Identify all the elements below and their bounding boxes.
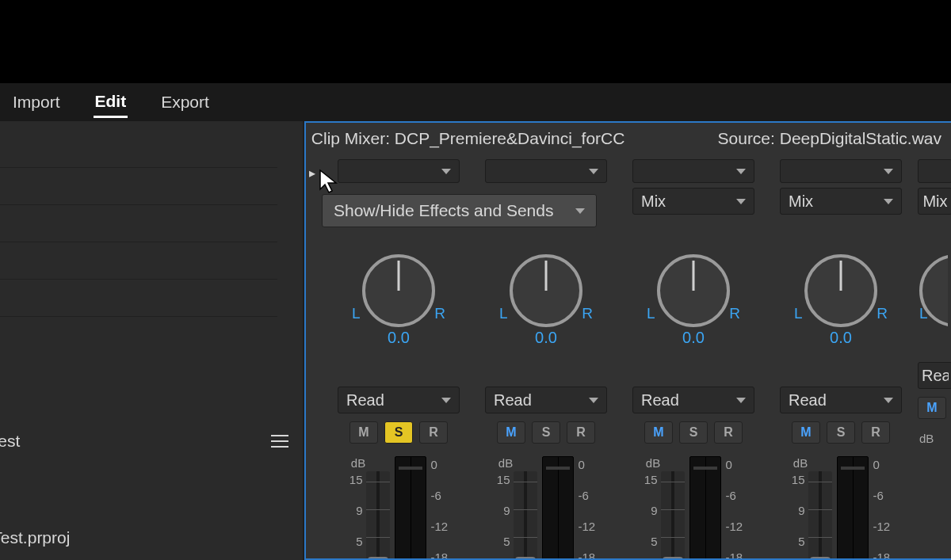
db-label: dB (498, 456, 513, 470)
send-mix-dropdown[interactable]: Mix (918, 188, 951, 215)
fader-track[interactable] (366, 471, 390, 560)
tooltip-show-hide-effects: Show/Hide Effects and Sends (322, 194, 597, 227)
automation-mode-dropdown[interactable]: Read (632, 387, 754, 413)
pan-knob[interactable] (804, 254, 877, 327)
channel-strip-4: Mix LR 0.0 Read M S R dB 1595-1 0-6-12-1… (770, 159, 911, 560)
list-row[interactable] (0, 131, 277, 168)
db-label: dB (793, 456, 808, 470)
fader-track[interactable] (661, 471, 685, 560)
mute-button[interactable]: M (497, 421, 525, 444)
chevron-down-icon (575, 208, 585, 214)
msr-buttons: M (918, 397, 946, 419)
chevron-down-icon (884, 199, 893, 204)
effect-slot-dropdown[interactable] (338, 159, 460, 183)
mute-button[interactable]: M (792, 421, 820, 444)
effect-slot-dropdown[interactable] (918, 159, 951, 183)
db-label: dB (919, 432, 934, 445)
chevron-down-icon (589, 398, 598, 403)
level-meter (689, 456, 721, 560)
project-file-name: re_Test.prproj (0, 528, 70, 547)
send-mix-dropdown[interactable]: Mix (780, 188, 902, 215)
db-label: dB (646, 456, 660, 470)
fader-scale: 0-6-12-18 (579, 458, 596, 560)
pan-knob[interactable] (510, 254, 582, 327)
fader-track[interactable] (514, 471, 537, 560)
mute-button[interactable]: M (349, 421, 378, 444)
chevron-down-icon (884, 169, 893, 174)
msr-buttons: M S R (644, 421, 743, 444)
record-button[interactable]: R (714, 421, 743, 444)
tab-export[interactable]: Export (159, 88, 211, 116)
pan-value[interactable]: 0.0 (682, 329, 705, 347)
fader-track[interactable] (808, 471, 832, 560)
solo-button[interactable]: S (532, 421, 560, 444)
pan-value[interactable]: 0.0 (535, 329, 557, 347)
msr-buttons: M S R (497, 421, 595, 444)
channel-strip-5: Mix L Rea M dB (918, 159, 951, 560)
chevron-down-icon (441, 398, 451, 403)
pan-knob[interactable] (657, 254, 730, 327)
chevron-down-icon (441, 169, 451, 174)
effect-slot-dropdown[interactable] (485, 159, 607, 183)
level-meter (837, 456, 869, 560)
main-split: iere_Test re_Test.prproj ) Clip Mixer: D… (0, 121, 951, 560)
solo-button[interactable]: S (827, 421, 855, 444)
solo-button[interactable]: S (384, 421, 413, 444)
panel-menu-icon[interactable] (271, 435, 288, 448)
solo-button[interactable]: S (679, 421, 708, 444)
fader-handle[interactable] (663, 557, 683, 560)
tab-import[interactable]: Import (11, 88, 62, 116)
effect-slot-dropdown[interactable] (632, 159, 754, 183)
tooltip-text: Show/Hide Effects and Sends (334, 201, 553, 220)
fader-handle[interactable] (515, 557, 536, 560)
fader-scale: 1595-1 (792, 473, 805, 560)
record-button[interactable]: R (567, 421, 595, 444)
audio-clip-mixer-panel: ) Clip Mixer: DCP_Premiere&Davinci_forCC… (304, 121, 951, 560)
pan-control: LR 0.0 (794, 254, 888, 347)
pan-control: LR 0.0 (352, 254, 445, 347)
fader-handle[interactable] (810, 557, 831, 560)
send-mix-dropdown[interactable]: Mix (632, 188, 754, 215)
chevron-down-icon (736, 169, 746, 174)
fader-scale: 1595-1 (644, 473, 658, 560)
effect-slot-dropdown[interactable] (780, 159, 902, 183)
project-header: iere_Test (0, 421, 303, 461)
fader-area: dB 1595-1 0-6-12-18 (349, 456, 448, 560)
list-row[interactable] (0, 205, 277, 242)
fader-area: dB 1595-1 0-6-12-18 (792, 456, 890, 560)
mixer-title[interactable]: ) Clip Mixer: DCP_Premiere&Davinci_forCC (304, 129, 624, 148)
record-button[interactable]: R (861, 421, 890, 444)
fader-scale: 0-6-12-18 (873, 458, 891, 560)
mute-button[interactable]: M (644, 421, 673, 444)
effects-sends-toggle-icon[interactable]: ▸ (309, 166, 315, 181)
list-row[interactable] (0, 280, 277, 317)
pan-knob[interactable] (362, 254, 435, 327)
project-panel: iere_Test re_Test.prproj (0, 121, 304, 560)
list-row[interactable] (0, 242, 277, 280)
chevron-down-icon (884, 398, 893, 403)
level-meter (395, 456, 426, 560)
db-label: dB (351, 456, 365, 470)
automation-mode-dropdown[interactable]: Read (338, 387, 460, 413)
fader-area: dB 1595-1 0-6-12-18 (644, 456, 743, 560)
mixer-header: ) Clip Mixer: DCP_Premiere&Davinci_forCC… (306, 123, 951, 154)
fader-handle[interactable] (368, 557, 388, 560)
project-name: iere_Test (0, 432, 20, 451)
tab-edit[interactable]: Edit (94, 87, 128, 118)
automation-mode-dropdown[interactable]: Read (485, 387, 607, 413)
record-button[interactable]: R (419, 421, 448, 444)
chevron-down-icon (589, 169, 598, 174)
msr-buttons: M S R (349, 421, 448, 444)
pan-value[interactable]: 0.0 (388, 329, 410, 347)
automation-mode-dropdown[interactable]: Rea (918, 362, 951, 389)
fader-area: dB 1595-1 0-6-12-18 (497, 456, 595, 560)
pan-control: LR 0.0 (647, 254, 740, 347)
mute-button[interactable]: M (918, 397, 946, 419)
fader-scale: 0-6-12-18 (431, 458, 449, 560)
automation-mode-dropdown[interactable]: Read (780, 387, 902, 413)
source-monitor-tab[interactable]: Source: DeepDigitalStatic.wav (718, 129, 941, 148)
pan-control: L (919, 254, 951, 322)
channel-strips: Show/Hide Effects and Sends ▸ LR 0.0 Rea… (306, 154, 951, 560)
list-row[interactable] (0, 168, 277, 205)
pan-value[interactable]: 0.0 (830, 329, 852, 347)
